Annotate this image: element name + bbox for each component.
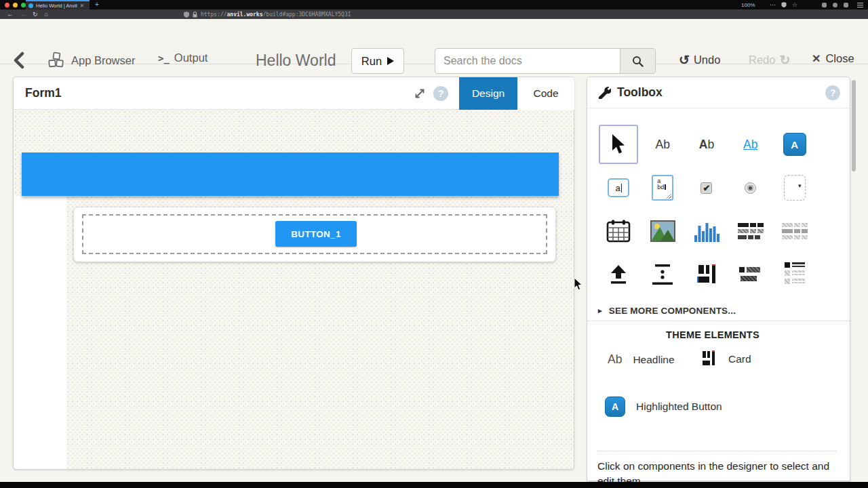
theme-item-card[interactable]: Card <box>703 351 751 367</box>
see-more-components-button[interactable]: ▸ SEE MORE COMPONENTS... <box>598 306 736 316</box>
close-button[interactable]: ✕ Close <box>812 52 854 65</box>
app-browser-button[interactable]: App Browser <box>47 52 135 69</box>
app-titlebar-component[interactable] <box>22 152 559 196</box>
url-bar[interactable]: https://anvil.works/build#app:3DC6HABMXA… <box>184 12 351 18</box>
form-help-icon[interactable]: ? <box>433 86 448 101</box>
browser-reload-icon[interactable]: ↻ <box>33 11 38 18</box>
extension-icon[interactable] <box>833 3 837 7</box>
run-label: Run <box>361 55 382 68</box>
component-dropzone[interactable]: BUTTON_1 <box>82 214 547 254</box>
toolbox-item-fileloader[interactable] <box>597 253 641 296</box>
spacer-icon <box>652 264 673 285</box>
toolbox-item-dropdown[interactable]: ▾ <box>772 166 816 209</box>
tab-close-icon[interactable]: ✕ <box>80 3 85 9</box>
browser-tab[interactable]: Hello World | Anvil ✕ <box>26 0 90 9</box>
flowpanel-icon <box>739 267 762 282</box>
terminal-prompt-icon: >_ <box>158 53 170 64</box>
bold-a-glyph: A <box>699 138 708 152</box>
toolbox-item-radiobutton[interactable] <box>728 166 772 209</box>
redo-icon: ↻ <box>779 52 790 68</box>
mouse-cursor <box>574 278 583 291</box>
toolbox-item-checkbox[interactable]: ✔ <box>685 166 729 209</box>
b-glyph: b <box>707 138 714 152</box>
highlighted-button-icon: A <box>605 396 625 417</box>
button-component[interactable]: BUTTON_1 <box>275 221 357 247</box>
toolbox-item-flowpanel[interactable] <box>728 253 772 296</box>
close-label: Close <box>825 52 854 65</box>
toolbox-panel: Toolbox ? Ab Ab Ab A a a <box>587 77 850 481</box>
upload-icon <box>608 264 629 285</box>
redo-button[interactable]: Redo ↻ <box>749 52 790 68</box>
toolbox-item-image[interactable] <box>641 209 685 253</box>
shield-toolbar-icon[interactable] <box>781 2 787 7</box>
bookmark-star-icon[interactable]: ☆ <box>792 1 797 8</box>
toolbox-item-pointer-tool[interactable] <box>597 123 641 166</box>
theme-elements-header: THEME ELEMENTS <box>587 329 838 340</box>
browser-forward-icon[interactable]: → <box>20 11 26 18</box>
app-title: Hello World <box>256 52 336 70</box>
tab-title: Hello World | Anvil <box>36 3 77 9</box>
toolbox-item-spacer[interactable] <box>641 253 685 296</box>
extension-icon[interactable] <box>822 3 827 7</box>
docs-search-box <box>435 48 656 74</box>
undo-icon: ↺ <box>679 52 690 68</box>
browser-back-icon[interactable]: ← <box>7 11 13 18</box>
headline-glyph-icon: Ab <box>608 352 622 367</box>
toolbox-item-richtext[interactable] <box>772 253 816 296</box>
browser-tab-bar: Hello World | Anvil ✕ + <box>0 0 868 9</box>
back-button[interactable] <box>12 52 28 70</box>
extension-icon[interactable] <box>844 3 848 7</box>
form-designer-panel: Form1 ? Design Code BUTTON_1 <box>13 77 574 470</box>
page-actions-icon[interactable]: ⋯ <box>770 1 776 8</box>
toolbox-title: Toolbox <box>617 85 663 100</box>
output-label: Output <box>174 52 208 64</box>
output-button[interactable]: >_ Output <box>158 52 208 64</box>
traffic-zoom-button[interactable] <box>21 3 26 7</box>
search-button[interactable] <box>620 49 655 73</box>
toolbox-item-button[interactable]: A <box>772 123 816 166</box>
screen: Hello World | Anvil ✕ + ← → ↻ ⌂ https://… <box>0 0 868 488</box>
content-card[interactable]: BUTTON_1 <box>74 207 555 262</box>
search-input[interactable] <box>435 49 620 73</box>
browser-menu-icon[interactable] <box>857 3 863 7</box>
toolbox-item-columnpanel[interactable] <box>685 253 729 296</box>
redo-label: Redo <box>749 54 775 66</box>
toolbox-item-repeatingpanel[interactable] <box>772 209 816 253</box>
theme-item-highlighted-button[interactable]: A Highlighted Button <box>605 396 722 417</box>
url-text: https://anvil.works/build#app:3DC6HABMXA… <box>201 12 351 18</box>
expand-button[interactable] <box>412 86 427 101</box>
traffic-close-button[interactable] <box>5 3 9 7</box>
toolbox-item-datagrid[interactable] <box>728 209 772 253</box>
tab-design[interactable]: Design <box>459 77 517 110</box>
chevron-left-icon <box>12 52 26 69</box>
toolbox-item-textarea[interactable]: a bd <box>641 166 685 209</box>
toolbox-item-headline-text[interactable]: Ab <box>685 123 729 166</box>
toolbox-item-link[interactable]: Ab <box>728 123 772 166</box>
new-tab-icon[interactable]: + <box>95 1 99 8</box>
columnpanel-icon <box>696 264 717 285</box>
run-button[interactable]: Run <box>351 48 404 74</box>
undo-button[interactable]: ↺ Undo <box>679 52 720 68</box>
run-play-icon <box>387 57 394 65</box>
design-surface[interactable]: BUTTON_1 <box>14 110 574 469</box>
toolbox-scrollbar[interactable] <box>852 80 856 171</box>
theme-item-headline[interactable]: Ab Headline <box>608 352 675 367</box>
toolbox-item-textbox[interactable]: a <box>597 166 641 209</box>
page-gutter <box>14 196 66 469</box>
browser-home-icon[interactable]: ⌂ <box>45 11 48 18</box>
card-label: Card <box>728 353 751 365</box>
toolbox-header: Toolbox ? <box>587 77 850 108</box>
toolbox-help-icon[interactable]: ? <box>825 85 840 100</box>
toolbox-item-datepicker[interactable] <box>597 209 641 253</box>
close-icon: ✕ <box>812 52 821 65</box>
form-title: Form1 <box>25 86 61 100</box>
toolbox-item-label[interactable]: Ab <box>641 123 685 166</box>
traffic-minimize-button[interactable] <box>13 3 18 7</box>
label-glyph: Ab <box>655 138 669 152</box>
toolbox-item-plot[interactable] <box>685 209 729 253</box>
repeatingpanel-icon <box>782 223 808 239</box>
zoom-level: 100% <box>741 2 755 8</box>
lock-icon <box>193 12 197 18</box>
calendar-icon <box>606 220 631 243</box>
tab-code[interactable]: Code <box>517 77 574 110</box>
